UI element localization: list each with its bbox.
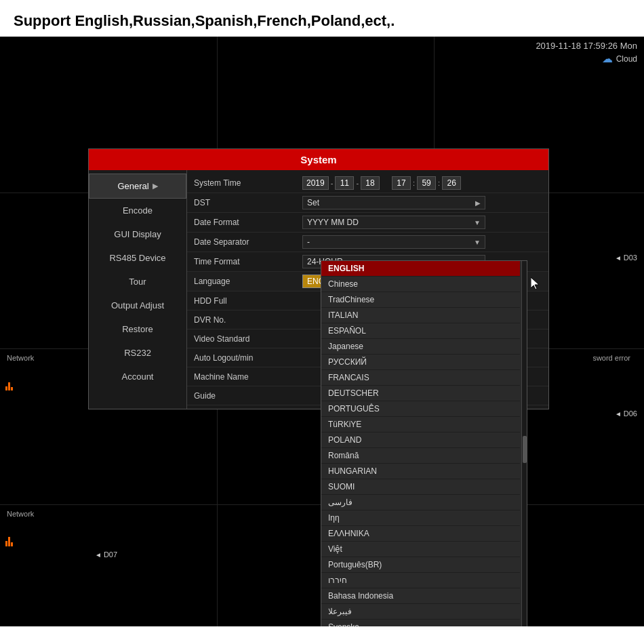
d06-label: D06	[615, 409, 637, 418]
lang-item-21[interactable]: Bahasa Indonesia	[321, 588, 520, 604]
menu-item-output-adjust[interactable]: Output Adjust	[89, 294, 186, 317]
menu-item-restore[interactable]: Restore	[89, 317, 186, 341]
audio-bar-2	[5, 377, 13, 390]
banner-text: Support English,Russian,Spanish,French,P…	[14, 12, 395, 29]
time-year[interactable]: 2019	[302, 176, 329, 190]
lang-item-2[interactable]: TradChinese	[321, 292, 520, 308]
date-separator-value: - ▼	[302, 235, 542, 249]
lang-item-14[interactable]: SUOMI	[321, 479, 520, 495]
date-separator-row: Date Separator - ▼	[187, 233, 548, 252]
lang-item-18[interactable]: Việt	[321, 542, 520, 557]
datetime-display: 2019-11-18 17:59:26 Mon	[447, 41, 637, 51]
lang-item-4[interactable]: ESPAÑOL	[321, 323, 520, 339]
menu-item-account[interactable]: Account	[89, 365, 186, 388]
dst-row: DST Set ▶	[187, 193, 548, 213]
date-separator-label: Date Separator	[194, 237, 302, 247]
lang-item-23[interactable]: Svenska	[321, 620, 520, 626]
lang-item-0[interactable]: ENGLISH	[321, 261, 520, 277]
guide-label: Guide	[194, 391, 302, 401]
language-dropdown-list: ENGLISHChineseTradChineseITALIANESPAÑOLJ…	[321, 260, 527, 626]
lang-item-9[interactable]: PORTUGUÊS	[321, 401, 520, 417]
network-label-1: Network	[7, 354, 34, 362]
cloud-label: Cloud	[616, 54, 637, 64]
lang-item-6[interactable]: РУССКИЙ	[321, 355, 520, 370]
video-standard-label: Video Standard	[194, 334, 302, 344]
dst-label: DST	[194, 198, 302, 207]
lang-item-13[interactable]: HUNGARIAN	[321, 464, 520, 479]
lang-item-7[interactable]: FRANCAIS	[321, 370, 520, 386]
hdd-full-label: HDD Full	[194, 296, 302, 306]
date-format-dropdown[interactable]: YYYY MM DD ▼	[302, 216, 485, 229]
date-format-row: Date Format YYYY MM DD ▼	[187, 213, 548, 233]
menu-arrow-general: ▶	[153, 182, 158, 190]
lang-item-3[interactable]: ITALIAN	[321, 308, 520, 323]
date-sep-arrow: ▼	[474, 239, 481, 246]
lang-item-8[interactable]: DEUTSCHER	[321, 386, 520, 401]
top-banner: Support English,Russian,Spanish,French,P…	[0, 0, 644, 37]
time-day[interactable]: 18	[361, 176, 380, 190]
machine-name-label: Machine Name	[194, 372, 302, 382]
time-month[interactable]: 11	[335, 176, 354, 190]
lang-item-22[interactable]: فيبرعلا	[321, 604, 520, 620]
menu-item-tour[interactable]: Tour	[89, 270, 186, 294]
dropdown-scrollbar[interactable]	[521, 261, 527, 626]
password-error-text: sword error	[592, 354, 630, 362]
menu-item-encode[interactable]: Encode	[89, 199, 186, 222]
lang-item-12[interactable]: Română	[321, 448, 520, 464]
dvr-no-label: DVR No.	[194, 315, 302, 325]
menu-item-rs485[interactable]: RS485 Device	[89, 246, 186, 270]
d07-label: D07	[95, 550, 117, 559]
menu-item-general[interactable]: General ▶	[89, 174, 186, 199]
date-format-label: Date Format	[194, 218, 302, 227]
system-time-label: System Time	[194, 178, 302, 188]
date-separator-dropdown[interactable]: - ▼	[302, 235, 485, 249]
time-row: 2019 - 11 - 18 17 : 59 : 26	[302, 176, 542, 190]
menu-item-gui-display[interactable]: GUI Display	[89, 222, 186, 246]
sidebar-menu: General ▶ Encode GUI Display RS485 Devic…	[89, 170, 187, 409]
lang-item-19[interactable]: Português(BR)	[321, 557, 520, 573]
scrollbar-thumb[interactable]	[523, 436, 527, 463]
date-format-arrow: ▼	[474, 219, 481, 226]
dst-selector[interactable]: Set ▶	[302, 196, 485, 209]
lang-item-1[interactable]: Chinese	[321, 277, 520, 292]
lang-item-15[interactable]: فارسی	[321, 495, 520, 510]
time-colon2: :	[438, 179, 440, 187]
dst-value: Set ▶	[302, 196, 542, 209]
lang-item-16[interactable]: Ιηη	[321, 510, 520, 526]
cloud-icon: ☁	[602, 52, 613, 65]
time-sep2: -	[356, 179, 359, 187]
dialog-title: System	[89, 149, 548, 170]
time-second[interactable]: 26	[442, 176, 461, 190]
time-hour[interactable]: 17	[392, 176, 411, 190]
network-label-2: Network	[7, 510, 34, 518]
system-time-row: System Time 2019 - 11 - 18 17 : 59	[187, 174, 548, 193]
time-format-label: Time Format	[194, 257, 302, 266]
lang-item-10[interactable]: TüRKiYE	[321, 417, 520, 432]
audio-bar-1	[5, 533, 13, 546]
lang-item-20[interactable]: חיררו	[321, 573, 520, 588]
auto-logout-label: Auto Logout/min	[194, 353, 302, 363]
dvr-topbar: 2019-11-18 17:59:26 Mon ☁ Cloud	[441, 37, 644, 69]
lang-item-17[interactable]: ΕΛΛΗΝΙΚΑ	[321, 526, 520, 542]
menu-item-rs232[interactable]: RS232	[89, 341, 186, 365]
lang-item-5[interactable]: Japanese	[321, 339, 520, 355]
date-format-value: YYYY MM DD ▼	[302, 216, 542, 229]
time-colon1: :	[413, 179, 415, 187]
dvr-screen: 2019-11-18 17:59:26 Mon ☁ Cloud D03 D06 …	[0, 37, 644, 626]
dst-arrow: ▶	[475, 199, 481, 207]
time-sep1: -	[331, 179, 334, 187]
language-label: Language	[194, 277, 302, 286]
system-time-value: 2019 - 11 - 18 17 : 59 : 26	[302, 176, 542, 190]
d03-label: D03	[615, 254, 637, 262]
lang-list: ENGLISHChineseTradChineseITALIANESPAÑOLJ…	[321, 261, 527, 626]
time-minute[interactable]: 59	[417, 176, 436, 190]
lang-item-11[interactable]: POLAND	[321, 432, 520, 448]
